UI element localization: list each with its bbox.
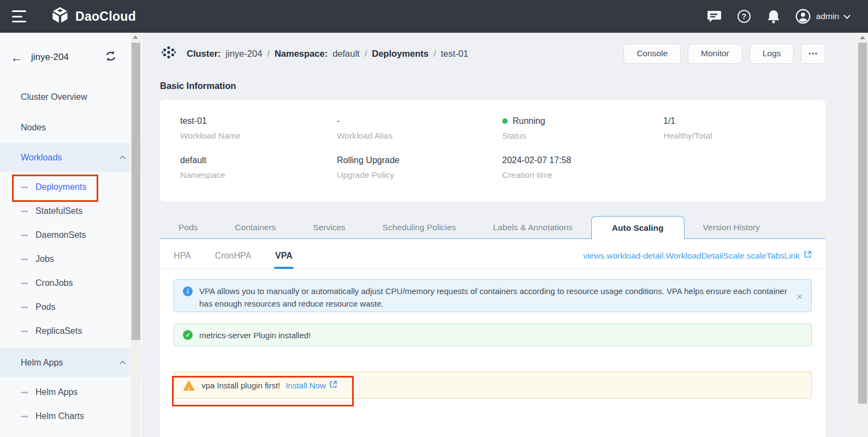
warning-triangle-icon: !	[183, 380, 195, 391]
field-status: Running Status	[502, 116, 663, 141]
dash-icon	[21, 307, 28, 308]
external-link-icon	[329, 379, 337, 392]
sidebar-item-replicasets[interactable]: ReplicaSets	[0, 319, 142, 343]
breadcrumb-cluster-label: Cluster:	[187, 49, 221, 59]
breadcrumb-namespace-label: Namespace:	[275, 49, 328, 59]
close-icon[interactable]: ×	[796, 291, 802, 302]
install-now-link[interactable]: Install Now	[286, 379, 337, 392]
vpa-warning-alert: ! vpa Install plugin first! Install Now	[174, 372, 812, 399]
metrics-server-success-alert: ✓ metrics-server Plugin installed!	[174, 324, 812, 346]
scrollbar-thumb[interactable]	[132, 43, 140, 340]
field-workload-alias: - Workload Alias	[337, 116, 502, 141]
dash-icon	[21, 259, 28, 260]
sidebar-cluster-name: jinye-204	[31, 52, 69, 63]
top-bar: DaoCloud ?	[0, 0, 868, 33]
sidebar: ← jinye-204 Cluster Overview Nodes Workl…	[0, 33, 142, 437]
breadcrumb-namespace-value[interactable]: default	[332, 49, 360, 59]
sidebar-item-jobs[interactable]: Jobs	[0, 247, 142, 271]
sidebar-item-statefulsets[interactable]: StatefulSets	[0, 199, 142, 223]
switch-cluster-icon[interactable]	[105, 51, 117, 64]
sidebar-section-workloads[interactable]: Workloads	[0, 143, 142, 172]
status-running-dot	[502, 118, 508, 124]
dash-icon	[21, 211, 28, 212]
success-alert-text: metrics-server Plugin installed!	[199, 329, 802, 342]
main-content: Cluster: jinye-204 / Namespace: default …	[142, 33, 857, 437]
dash-icon	[21, 416, 28, 417]
avatar-icon	[795, 9, 811, 24]
daocloud-cube-icon	[50, 5, 70, 27]
tab-containers[interactable]: Containers	[216, 216, 294, 239]
tab-scheduling-policies[interactable]: Scheduling Policies	[364, 216, 474, 239]
notifications-bell-icon[interactable]	[766, 9, 781, 24]
detail-tabs: Pods Containers Services Scheduling Poli…	[160, 215, 825, 239]
scroll-up-arrow-icon[interactable]	[133, 35, 138, 39]
tab-services[interactable]: Services	[294, 216, 364, 239]
field-namespace: default Namespace	[180, 155, 337, 180]
scale-tabs-link[interactable]: views.workload-detail.WorkloadDetailScal…	[583, 250, 812, 268]
sidebar-item-helm-apps[interactable]: Helm Apps	[0, 380, 142, 404]
hamburger-menu-icon[interactable]	[12, 10, 28, 22]
dash-icon	[21, 235, 28, 236]
brand-logo[interactable]: DaoCloud	[50, 5, 136, 27]
more-actions-button[interactable]: •••	[801, 44, 825, 64]
sidebar-item-nodes[interactable]: Nodes	[0, 112, 142, 143]
page-header: Cluster: jinye-204 / Namespace: default …	[160, 42, 825, 65]
sidebar-item-deployments[interactable]: Deployments	[0, 175, 142, 199]
back-arrow-icon[interactable]: ←	[11, 52, 22, 63]
breadcrumb-deployments[interactable]: Deployments	[372, 49, 429, 59]
field-workload-name: test-01 Workload Name	[180, 116, 337, 141]
chevron-up-icon	[120, 155, 126, 161]
sidebar-item-pods[interactable]: Pods	[0, 295, 142, 319]
tab-auto-scaling[interactable]: Auto Scaling	[591, 216, 685, 240]
chat-icon[interactable]	[707, 9, 722, 24]
brand-name: DaoCloud	[75, 9, 136, 24]
subtab-cronhpa[interactable]: CronHPA	[215, 251, 251, 268]
breadcrumb: Cluster: jinye-204 / Namespace: default …	[187, 49, 468, 59]
helm-sublist: Helm Apps Helm Charts	[0, 377, 142, 428]
console-button[interactable]: Console	[623, 44, 681, 64]
breadcrumb-current-item: test-01	[441, 49, 468, 59]
username-label: admin	[816, 11, 839, 21]
logs-button[interactable]: Logs	[750, 44, 794, 64]
basic-info-title: Basic Information	[160, 81, 236, 91]
cluster-dots-icon	[160, 44, 177, 63]
workloads-sublist: Deployments StatefulSets DaemonSets Jobs…	[0, 172, 142, 343]
chevron-down-icon	[843, 12, 851, 19]
topbar-actions: ? admin	[707, 9, 849, 24]
dash-icon	[21, 187, 28, 188]
basic-info-card: test-01 Workload Name - Workload Alias R…	[160, 100, 825, 201]
basic-info-fields: test-01 Workload Name - Workload Alias R…	[160, 100, 825, 195]
dash-icon	[21, 331, 28, 332]
help-icon[interactable]: ?	[736, 9, 752, 24]
auto-scaling-panel: HPA CronHPA VPA views.workload-detail.Wo…	[160, 238, 825, 437]
info-alert-text: VPA allows you to manually or automatica…	[199, 285, 789, 310]
sidebar-header: ← jinye-204	[0, 33, 142, 82]
main-scrollbar[interactable]	[857, 33, 868, 437]
sidebar-item-cronjobs[interactable]: CronJobs	[0, 271, 142, 295]
scrollbar-thumb[interactable]	[858, 43, 867, 404]
field-healthy-total: 1/1 Healthy/Total	[663, 116, 825, 141]
alerts-area: i VPA allows you to manually or automati…	[160, 269, 825, 399]
scroll-up-arrow-icon[interactable]	[860, 36, 865, 39]
user-menu[interactable]: admin	[795, 9, 849, 24]
vpa-info-alert: i VPA allows you to manually or automati…	[174, 279, 812, 312]
dash-icon	[21, 392, 28, 393]
tab-labels-annotations[interactable]: Labels & Annotations	[474, 216, 591, 239]
header-actions: Console Monitor Logs •••	[623, 44, 825, 64]
tab-version-history[interactable]: Version History	[685, 216, 778, 239]
sidebar-item-daemonsets[interactable]: DaemonSets	[0, 223, 142, 247]
sidebar-item-cluster-overview[interactable]: Cluster Overview	[0, 82, 142, 112]
subtab-hpa[interactable]: HPA	[174, 251, 191, 268]
tab-pods[interactable]: Pods	[160, 216, 216, 239]
monitor-button[interactable]: Monitor	[688, 44, 742, 64]
external-link-icon	[804, 250, 812, 261]
scaling-subtabs: HPA CronHPA VPA views.workload-detail.Wo…	[160, 239, 825, 269]
sidebar-menu: Cluster Overview Nodes Workloads Deploym…	[0, 82, 142, 428]
breadcrumb-cluster-value[interactable]: jinye-204	[225, 49, 262, 59]
sidebar-section-helm-apps[interactable]: Helm Apps	[0, 348, 142, 377]
sidebar-scrollbar[interactable]	[130, 33, 141, 437]
field-creation-time: 2024-02-07 17:58 Creation time	[502, 155, 663, 180]
subtab-vpa[interactable]: VPA	[275, 251, 293, 268]
info-icon: i	[183, 286, 193, 296]
sidebar-item-helm-charts[interactable]: Helm Charts	[0, 404, 142, 428]
